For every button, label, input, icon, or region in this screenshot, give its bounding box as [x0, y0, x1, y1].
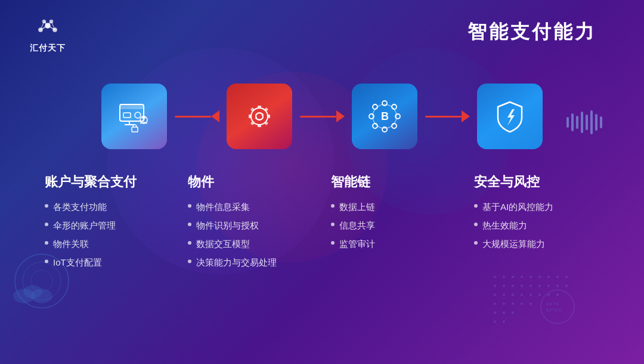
arrow-left-1: [167, 110, 227, 122]
svg-text:B: B: [381, 110, 389, 122]
column-iot: 物件 物件信息采集 物件识别与授权 数据交互模型 决策能力与交易处理: [179, 173, 322, 274]
bullet-dot: [188, 241, 191, 245]
column-security: 安全与风控 基于AI的风控能力 热生效能力 大规模运算能力: [465, 173, 608, 274]
list-item: 数据交互模型: [188, 237, 313, 250]
bullet-dot: [45, 241, 48, 245]
bullet-dot: [331, 223, 335, 226]
svg-point-59: [135, 112, 141, 118]
svg-rect-70: [267, 115, 270, 118]
blockchain-icon: B: [366, 97, 404, 135]
svg-rect-58: [123, 113, 131, 118]
list-item: 基于AI的风控能力: [474, 200, 599, 213]
list-item: 物件关联: [45, 237, 170, 250]
svg-point-63: [142, 116, 145, 119]
list-item: 热生效能力: [474, 219, 599, 232]
column-3-bullets: 数据上链 信息共享 监管审计: [331, 200, 456, 250]
list-item: 决策能力与交易处理: [188, 256, 313, 269]
svg-point-79: [395, 114, 400, 119]
logo-area: 汇付天下: [30, 17, 66, 54]
bullet-dot: [188, 223, 191, 226]
bullet-dot: [474, 241, 478, 245]
column-4-title: 安全与风控: [474, 173, 599, 191]
bullet-dot: [474, 204, 478, 208]
svg-rect-67: [258, 106, 261, 109]
column-1-title: 账户与聚合支付: [45, 173, 170, 191]
arrow-right-3: [417, 110, 477, 122]
security-icon-box: [477, 84, 543, 149]
svg-rect-64: [132, 127, 138, 132]
list-item: 大规模运算能力: [474, 237, 599, 250]
list-item: 各类支付功能: [45, 200, 170, 213]
column-2-bullets: 物件信息采集 物件识别与授权 数据交互模型 决策能力与交易处理: [188, 200, 313, 269]
main-title: 智能支付能力: [467, 19, 596, 45]
svg-rect-68: [258, 124, 261, 127]
bullet-dot: [331, 204, 335, 208]
logo-text: 汇付天下: [30, 43, 66, 54]
column-payment: 账户与聚合支付 各类支付功能 伞形的账户管理 物件关联 IoT支付配置: [36, 173, 179, 274]
bullet-dot: [474, 223, 478, 226]
iot-icon-box: [227, 84, 292, 149]
bullet-dot: [45, 223, 48, 226]
column-1-bullets: 各类支付功能 伞形的账户管理 物件关联 IoT支付配置: [45, 200, 170, 269]
bullet-dot: [188, 260, 191, 263]
iot-icon: [240, 97, 278, 135]
payment-icon-box: [101, 84, 167, 149]
security-icon: [491, 97, 529, 135]
arrow-right-2: [292, 110, 352, 122]
svg-rect-72: [264, 121, 268, 125]
svg-point-78: [369, 114, 374, 119]
list-item: 监管审计: [331, 237, 456, 250]
icons-row: B: [30, 84, 614, 149]
list-item: 物件信息采集: [188, 200, 313, 213]
bullet-dot: [188, 204, 191, 208]
list-item: 数据上链: [331, 200, 456, 213]
bullet-dot: [45, 260, 48, 263]
column-3-title: 智能链: [331, 173, 456, 191]
content-area: B 账户与聚合支付: [30, 84, 614, 346]
labels-row: 账户与聚合支付 各类支付功能 伞形的账户管理 物件关联 IoT支付配置: [30, 173, 614, 274]
list-item: 信息共享: [331, 219, 456, 232]
svg-point-76: [382, 101, 387, 106]
svg-rect-69: [249, 115, 252, 118]
blockchain-icon-box: B: [352, 84, 417, 149]
svg-rect-74: [264, 107, 268, 112]
payment-icon: [115, 97, 153, 135]
svg-rect-57: [120, 104, 144, 109]
column-blockchain: 智能链 数据上链 信息共享 监管审计: [322, 173, 465, 274]
svg-point-77: [382, 127, 387, 132]
logo-icon: [30, 17, 66, 41]
list-item: 物件识别与授权: [188, 219, 313, 232]
list-item: IoT支付配置: [45, 256, 170, 269]
bullet-dot: [45, 204, 48, 208]
svg-rect-73: [250, 121, 255, 125]
column-2-title: 物件: [188, 173, 313, 191]
bullet-dot: [331, 241, 335, 245]
list-item: 伞形的账户管理: [45, 219, 170, 232]
svg-rect-71: [250, 107, 255, 112]
column-4-bullets: 基于AI的风控能力 热生效能力 大规模运算能力: [474, 200, 599, 250]
